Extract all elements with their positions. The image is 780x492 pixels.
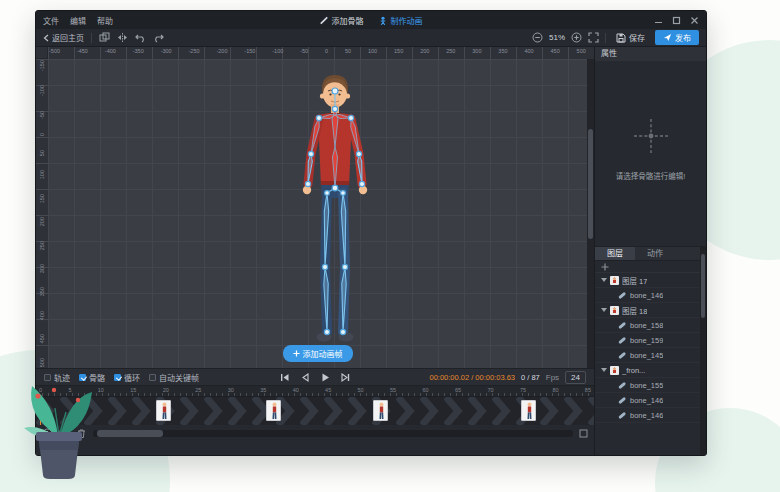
layer-thumbnail	[610, 366, 619, 375]
ruler-label: 50	[39, 150, 45, 156]
bone-label: bone_146	[630, 291, 663, 300]
scrollbar-thumb[interactable]	[701, 254, 705, 318]
edit-tools	[99, 32, 164, 43]
zoom-out-button[interactable]	[532, 32, 543, 43]
layer-row[interactable]: 图层 17	[595, 273, 706, 288]
layer-row[interactable]: 图层 18	[595, 303, 706, 318]
ruler-label: -400	[105, 48, 116, 54]
mirror-icon[interactable]	[117, 32, 128, 43]
keyframe-thumbnail[interactable]	[266, 400, 281, 421]
zoom-level[interactable]: 51%	[549, 33, 565, 42]
ruler-label: -200	[216, 48, 227, 54]
mode-tabs: 添加骨骼 制作动画	[320, 15, 423, 26]
minimize-button[interactable]	[654, 16, 663, 25]
keyframe-thumbnail[interactable]	[521, 400, 536, 421]
toggle-auto-keyframe[interactable]: 自动关键帧	[149, 372, 199, 383]
layer-row[interactable]: _fron...	[595, 363, 706, 378]
save-button[interactable]: 保存	[612, 30, 649, 45]
layer-label: 图层 18	[622, 305, 647, 316]
caret-down-icon[interactable]	[601, 308, 607, 312]
timeline-horizontal-scrollbar[interactable]	[93, 430, 573, 437]
ruler-label: 500	[577, 48, 586, 54]
character-figure[interactable]	[280, 71, 390, 361]
menu-help[interactable]: 帮助	[97, 15, 113, 26]
ruler-label: -350	[133, 48, 144, 54]
ruler-label: 450	[39, 334, 45, 343]
toolbar-divider	[91, 33, 92, 43]
copy-icon[interactable]	[99, 32, 110, 43]
bone-icon	[617, 350, 627, 360]
select-bone-hint: 请选择骨骼进行编辑!	[616, 170, 686, 181]
ruler-vertical: -150-100-5005010015020025030035040045050…	[36, 59, 48, 368]
tab-actions[interactable]: 动作	[635, 247, 675, 260]
play-button[interactable]	[320, 372, 331, 383]
tab-make-animation[interactable]: 制作动画	[379, 15, 423, 26]
caret-down-icon[interactable]	[601, 278, 607, 282]
back-home-button[interactable]: 返回主页	[43, 32, 84, 43]
next-frame-button[interactable]	[340, 372, 351, 383]
time-info: 00:00:00.02 / 00:00:03.63 0 / 87 Fps 24	[429, 371, 586, 384]
bone-row[interactable]: bone_159	[595, 333, 706, 348]
redo-icon[interactable]	[153, 32, 164, 43]
frame-tick-label: 60	[423, 387, 429, 396]
frame-tick-label: 25	[195, 387, 201, 396]
layer-label: _fron...	[622, 366, 645, 375]
bone-row[interactable]: bone_146	[595, 408, 706, 423]
tab-layers[interactable]: 图层	[595, 247, 635, 260]
tab-add-bones[interactable]: 添加骨骼	[320, 15, 364, 26]
caret-down-icon[interactable]	[601, 368, 607, 372]
playback-controls-bar: 轨迹 骨骼 循环 自动关键帧	[36, 368, 594, 386]
menu-edit[interactable]: 编辑	[70, 15, 86, 26]
skip-to-start-button[interactable]	[280, 372, 291, 383]
toggle-loop[interactable]: 循环	[114, 372, 140, 383]
ruler-label: -50	[300, 48, 308, 54]
timeline-options-button[interactable]	[579, 429, 588, 438]
add-animation-frame-button[interactable]: 添加动画帧	[283, 345, 353, 362]
previous-frame-button[interactable]	[300, 372, 311, 383]
frame-tick-label: 45	[325, 387, 331, 396]
zoom-in-button[interactable]	[571, 32, 582, 43]
bone-icon	[617, 380, 627, 390]
playback-buttons	[280, 372, 351, 383]
ruler-label: 300	[39, 264, 45, 273]
fit-screen-button[interactable]	[588, 32, 599, 43]
add-layer-button[interactable]	[601, 263, 609, 271]
publish-button[interactable]: 发布	[655, 30, 699, 45]
timeline-ruler[interactable]: 0510152025303540455055606570758085	[36, 386, 594, 397]
bone-row[interactable]: bone_145	[595, 348, 706, 363]
ruler-label: 400	[39, 311, 45, 320]
bone-icon	[617, 290, 627, 300]
undo-icon[interactable]	[135, 32, 146, 43]
chevron-left-icon	[43, 34, 49, 42]
bone-row[interactable]: bone_155	[595, 378, 706, 393]
panel-scrollbar[interactable]	[700, 246, 706, 455]
bone-icon	[617, 335, 627, 345]
bone-label: bone_158	[630, 321, 663, 330]
plus-icon	[293, 350, 300, 357]
ruler-label: 50	[345, 48, 351, 54]
close-button[interactable]	[690, 16, 699, 25]
keyframe-figure	[267, 401, 281, 421]
ruler-label: 150	[39, 194, 45, 203]
menu-file[interactable]: 文件	[43, 15, 59, 26]
properties-empty-state: 请选择骨骼进行编辑!	[595, 61, 706, 246]
animation-canvas[interactable]: 添加动画帧	[48, 59, 587, 368]
save-label: 保存	[629, 32, 645, 43]
chevron-pattern	[36, 397, 594, 425]
timeline-track[interactable]	[36, 397, 594, 425]
maximize-button[interactable]	[672, 16, 681, 25]
bone-row[interactable]: bone_146	[595, 393, 706, 408]
canvas-vertical-scrollbar[interactable]	[587, 59, 594, 368]
ruler-label: 400	[524, 48, 533, 54]
frame-tick-label: 40	[293, 387, 299, 396]
layer-thumbnail	[610, 306, 619, 315]
bone-row[interactable]: bone_146	[595, 288, 706, 303]
keyframe-thumbnail[interactable]	[156, 400, 171, 421]
keyframe-thumbnail[interactable]	[373, 400, 388, 421]
layer-thumbnail	[610, 276, 619, 285]
publish-icon	[663, 33, 672, 42]
fps-select[interactable]: 24	[565, 371, 586, 384]
ruler-label: -250	[189, 48, 200, 54]
bone-row[interactable]: bone_158	[595, 318, 706, 333]
scrollbar-thumb[interactable]	[588, 129, 593, 239]
